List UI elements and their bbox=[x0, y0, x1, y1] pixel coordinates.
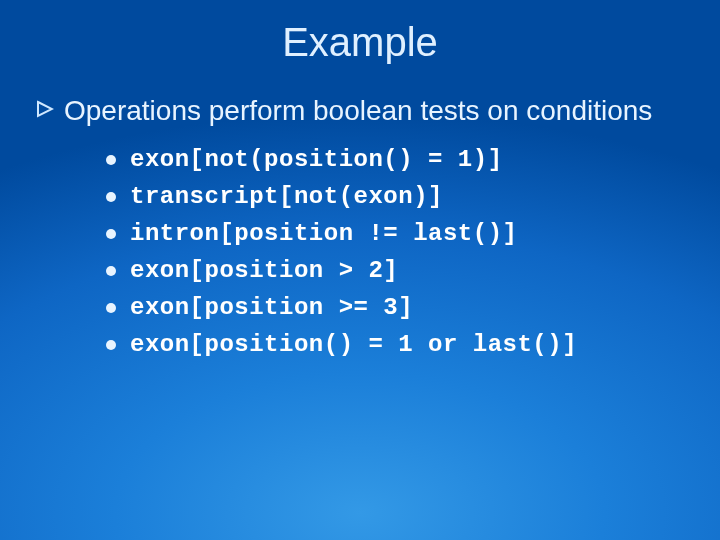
arrow-icon bbox=[36, 100, 54, 118]
sub-list: exon[not(position() = 1)] transcript[not… bbox=[106, 146, 720, 358]
bullet-dot-icon bbox=[106, 266, 116, 276]
code-text: exon[position > 2] bbox=[130, 257, 398, 284]
bullet-dot-icon bbox=[106, 229, 116, 239]
bullet-dot-icon bbox=[106, 340, 116, 350]
code-text: transcript[not(exon)] bbox=[130, 183, 443, 210]
list-item: transcript[not(exon)] bbox=[106, 183, 720, 210]
svg-marker-0 bbox=[38, 102, 52, 116]
code-text: intron[position != last()] bbox=[130, 220, 517, 247]
bullet-dot-icon bbox=[106, 192, 116, 202]
bullet-dot-icon bbox=[106, 303, 116, 313]
list-item: intron[position != last()] bbox=[106, 220, 720, 247]
list-item: exon[not(position() = 1)] bbox=[106, 146, 720, 173]
list-item: exon[position > 2] bbox=[106, 257, 720, 284]
bullet-dot-icon bbox=[106, 155, 116, 165]
code-text: exon[position() = 1 or last()] bbox=[130, 331, 577, 358]
slide-title: Example bbox=[0, 20, 720, 65]
list-item: exon[position >= 3] bbox=[106, 294, 720, 321]
main-bullet: Operations perform boolean tests on cond… bbox=[36, 93, 720, 128]
slide-content: Operations perform boolean tests on cond… bbox=[36, 93, 720, 358]
main-bullet-text: Operations perform boolean tests on cond… bbox=[64, 93, 652, 128]
list-item: exon[position() = 1 or last()] bbox=[106, 331, 720, 358]
code-text: exon[position >= 3] bbox=[130, 294, 413, 321]
code-text: exon[not(position() = 1)] bbox=[130, 146, 503, 173]
